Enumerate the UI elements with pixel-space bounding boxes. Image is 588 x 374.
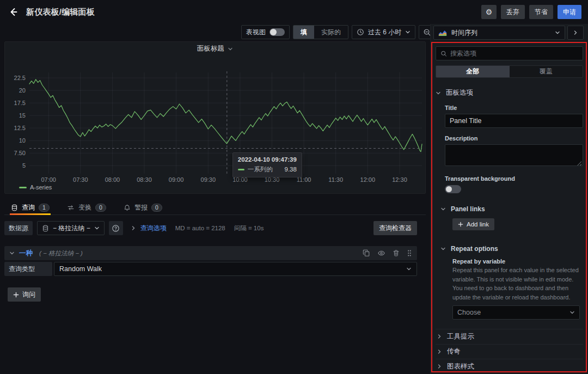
query-toolbar: 数据源 − 格拉法纳 − 查询选项 MD = auto = 2128 — [4, 221, 417, 235]
bell-icon — [124, 204, 131, 211]
svg-text:08:30: 08:30 — [137, 176, 152, 183]
time-range-picker[interactable]: 过去 6 小时 — [352, 25, 415, 39]
query-row-header[interactable]: 一种 ( − 格拉法纳 − ) — [4, 246, 417, 260]
panel-settings-button[interactable]: ⚙ — [481, 5, 497, 19]
visualization-picker[interactable]: 时间序列 — [433, 26, 565, 40]
panel-links-content: Add link — [436, 218, 583, 230]
section-legend[interactable]: 传奇 — [436, 344, 583, 359]
query-type-select[interactable]: Random Walk — [54, 262, 417, 276]
collapse-options-button[interactable] — [567, 26, 584, 40]
disable-query-button[interactable] — [377, 249, 385, 257]
options-search[interactable] — [436, 46, 583, 60]
tab-transform-count: 0 — [95, 204, 106, 212]
delete-query-button[interactable] — [393, 249, 400, 257]
repeat-variable-select[interactable]: Choose — [452, 305, 580, 320]
panel-title: 面板标题 — [197, 45, 224, 52]
svg-text:22.5: 22.5 — [14, 75, 26, 81]
chevron-down-icon — [406, 266, 412, 272]
query-inspector-button[interactable]: 查询检查器 — [373, 221, 417, 235]
page-title: 新仪表板/编辑面板 — [26, 7, 95, 17]
chevron-down-icon — [436, 90, 441, 96]
chevron-down-icon — [228, 46, 233, 52]
svg-text:09:00: 09:00 — [169, 176, 184, 183]
apply-button[interactable]: 申请 — [558, 5, 581, 19]
section-legend-label: 传奇 — [447, 347, 461, 356]
svg-text:12:00: 12:00 — [360, 176, 376, 183]
duplicate-query-button[interactable] — [363, 249, 370, 257]
chevron-down-icon — [94, 225, 100, 231]
collapsed-sections: 工具提示 传奇 图表样式 — [436, 329, 583, 374]
panel-options-content: Title Description Transparent background — [436, 105, 583, 193]
panel-title-input[interactable] — [445, 114, 583, 128]
svg-text:5: 5 — [22, 162, 26, 169]
chevron-right-icon — [131, 225, 136, 231]
panel-description-input[interactable] — [445, 144, 583, 166]
legend-swatch — [19, 187, 27, 188]
tab-query[interactable]: 查询 1 — [10, 200, 51, 214]
svg-text:11:30: 11:30 — [328, 176, 343, 183]
drag-handle[interactable] — [407, 249, 412, 257]
visualization-label: 时间序列 — [451, 28, 550, 38]
legend-item-a-series[interactable]: A-series — [19, 184, 52, 191]
chevron-down-icon — [440, 246, 446, 252]
section-panel-links[interactable]: Panel links — [436, 205, 583, 213]
query-row-actions — [363, 249, 412, 257]
tab-transform[interactable]: 变换 0 — [66, 200, 107, 214]
section-panel-options-label: 面板选项 — [446, 88, 473, 97]
section-graph-styles-label: 图表样式 — [447, 362, 474, 371]
legend-label: A-series — [30, 184, 52, 191]
tab-alert[interactable]: 警报 0 — [122, 200, 163, 214]
editor-tabs: 查询 1 变换 0 警报 0 — [4, 200, 426, 215]
drag-dots-icon — [407, 249, 412, 257]
section-repeat-options[interactable]: Repeat options — [436, 245, 583, 253]
time-range-label: 过去 6 小时 — [368, 28, 401, 37]
panel-title-menu[interactable]: 面板标题 — [5, 44, 425, 53]
repeat-options-content: Repeat by variable Repeat this panel for… — [436, 253, 583, 320]
time-series-chart[interactable]: 22.52017.51512.5107.50507:0007:3008:0008… — [5, 42, 425, 193]
tab-query-count: 1 — [39, 204, 50, 212]
section-panel-links-label: Panel links — [451, 205, 485, 213]
transparent-background-toggle[interactable] — [445, 185, 461, 193]
tooltip-series-swatch — [238, 169, 244, 170]
options-filter-tabs: 全部 覆盖 — [436, 65, 583, 78]
tooltip-timestamp: 2022-04-10 09:47:39 — [238, 156, 297, 163]
discard-button[interactable]: 丢弃 — [501, 5, 525, 19]
table-view-label: 表视图 — [246, 28, 266, 37]
top-bar: 新仪表板/编辑面板 ⚙ 丢弃 节省 申请 — [0, 0, 588, 24]
options-tab-all[interactable]: 全部 — [436, 66, 510, 77]
clock-icon — [357, 28, 364, 36]
transform-icon — [67, 204, 75, 211]
svg-text:07:30: 07:30 — [73, 176, 88, 183]
chevron-right-icon — [437, 364, 442, 369]
actual-option[interactable]: 实际的 — [314, 26, 348, 39]
repeat-by-variable-label: Repeat by variable — [452, 258, 580, 265]
options-tab-overrides[interactable]: 覆盖 — [510, 66, 583, 77]
fill-option[interactable]: 填 — [293, 26, 314, 39]
section-tooltip[interactable]: 工具提示 — [436, 329, 583, 344]
table-view-toggle[interactable] — [270, 28, 285, 36]
chevron-down-icon — [569, 310, 575, 315]
eye-icon — [377, 249, 385, 257]
datasource-picker[interactable]: − 格拉法纳 − — [37, 221, 105, 235]
search-icon — [440, 50, 447, 57]
repeat-variable-placeholder: Choose — [457, 309, 569, 316]
datasource-help-button[interactable] — [109, 221, 123, 235]
section-graph-styles[interactable]: 图表样式 — [436, 359, 583, 374]
svg-text:10: 10 — [19, 137, 26, 144]
query-options-link: 查询选项 — [140, 224, 167, 233]
save-button[interactable]: 节省 — [529, 5, 553, 19]
title-label: Title — [445, 105, 583, 111]
back-button[interactable] — [4, 3, 23, 21]
chevron-right-icon — [437, 349, 442, 354]
section-panel-options[interactable]: 面板选项 — [436, 88, 583, 97]
table-view-toggle-group: 表视图 — [241, 25, 290, 39]
query-options-toggle[interactable]: 查询选项 — [131, 224, 167, 233]
tab-alert-label: 警报 — [134, 203, 148, 212]
transparent-background-label: Transparent background — [445, 175, 583, 182]
database-icon — [42, 225, 49, 232]
svg-text:15: 15 — [19, 112, 26, 119]
add-query-button[interactable]: 询问 — [8, 287, 41, 302]
svg-text:7.50: 7.50 — [14, 150, 26, 156]
options-search-input[interactable] — [450, 50, 578, 57]
add-link-button[interactable]: Add link — [452, 218, 494, 230]
